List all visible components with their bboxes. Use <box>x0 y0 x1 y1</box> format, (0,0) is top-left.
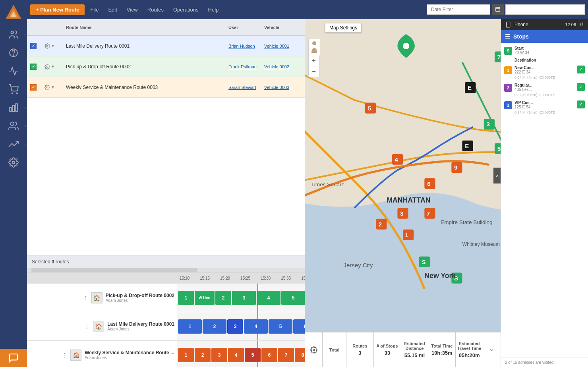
th-name: Route Name <box>63 23 225 31</box>
stop-block[interactable]: 2 <box>195 348 211 362</box>
td-gear-3[interactable]: ▼ <box>43 85 63 90</box>
checkbox-3[interactable]: ✓ <box>30 84 37 91</box>
mobile-hamburger-icon[interactable]: ☰ <box>505 33 510 40</box>
stop-block[interactable]: 3 <box>211 348 227 362</box>
plan-new-route-button[interactable]: + Plan New Route <box>30 4 85 15</box>
stop-block[interactable]: 1 <box>178 348 194 362</box>
stop-block[interactable]: 4 <box>257 291 280 305</box>
row-menu-dots-3[interactable]: ⋮ <box>62 352 67 358</box>
table-row: ✓ ▼ Pick-up & Drop-off Route 0002 Frank … <box>27 56 305 77</box>
svg-rect-76 <box>582 23 582 26</box>
mobile-title: Stops <box>513 33 529 40</box>
td-vehicle-1[interactable]: Vehicle 0001 <box>261 42 305 50</box>
mobile-stop-badge-3: 3 <box>504 101 512 109</box>
sidebar-item-users[interactable]: › <box>0 25 27 44</box>
svg-point-7 <box>17 93 17 94</box>
timeline-row-label-1: ⋮ 🏠 Pick-up & Drop-off Route 0002 Adam J… <box>27 284 178 312</box>
stop-block[interactable]: 2 <box>215 291 231 305</box>
home-button-2[interactable]: 🏠 <box>93 321 104 332</box>
stop-block[interactable]: 5 <box>281 291 305 305</box>
td-gear-1[interactable]: ▼ <box>43 43 63 49</box>
td-user-2[interactable]: Frank Pullman <box>225 63 261 71</box>
mobile-stop-check-1[interactable]: ✓ <box>577 66 585 73</box>
mobile-stop-1: 1 New Cus... 222 E 34 0.64 Mi (4min) NOT… <box>504 66 585 80</box>
td-user-1[interactable]: Brian Hudson <box>225 42 261 50</box>
mobile-stop-addr-3: 125 E 54 <box>514 105 574 109</box>
stop-block[interactable]: 2 <box>203 319 226 334</box>
search-input[interactable] <box>505 4 585 15</box>
td-check-2[interactable]: ✓ <box>27 64 43 70</box>
mobile-stop-check-3[interactable]: ✓ <box>577 100 585 108</box>
mobile-stop-check-2[interactable]: ✓ <box>577 83 585 91</box>
svg-rect-72 <box>506 22 510 27</box>
td-check-1[interactable]: ✓ <box>27 43 43 49</box>
svg-point-70 <box>312 41 316 45</box>
stop-block[interactable]: 3 <box>227 319 243 334</box>
date-filter-calendar-button[interactable] <box>492 4 504 15</box>
stop-block[interactable]: 4 <box>244 319 268 334</box>
summary-bar: Total Routes 3 # of Stops 33 Estimated D… <box>305 332 501 367</box>
timeline-route-name-1: Pick-up & Drop-off Route 0002 <box>106 293 174 298</box>
street-view-button[interactable] <box>308 39 320 56</box>
row-menu-dots-1[interactable]: ⋮ <box>83 295 88 301</box>
td-vehicle-2[interactable]: Vehicle 0002 <box>261 63 305 71</box>
scrollbar-track[interactable] <box>27 268 305 272</box>
app-logo[interactable] <box>4 3 23 22</box>
map-collapse-button[interactable]: ‹‹ <box>493 168 501 184</box>
timeline-route-user-1: Adam Jones <box>106 298 174 303</box>
summary-total-label: Total <box>329 348 339 352</box>
stop-block[interactable]: 3 <box>232 291 256 305</box>
svg-text:7: 7 <box>497 54 501 60</box>
sidebar-item-team[interactable]: › <box>0 117 27 135</box>
sidebar-item-settings[interactable]: › <box>0 153 27 172</box>
menu-operations[interactable]: Operations <box>169 4 203 15</box>
stop-block[interactable]: 4 <box>228 348 244 362</box>
summary-time-header: Total Time <box>431 344 453 348</box>
svg-text:3: 3 <box>400 210 403 217</box>
td-user-3[interactable]: Sarah Stewart <box>225 83 261 91</box>
date-filter-input[interactable] <box>427 4 490 15</box>
summary-gear-button[interactable] <box>305 332 323 367</box>
row-menu-dots-2[interactable]: ⋮ <box>84 323 90 330</box>
sidebar-item-help[interactable] <box>0 44 27 62</box>
stop-block[interactable]: 7 <box>278 348 294 362</box>
stop-time-block[interactable]: ⏱ 15m <box>195 291 215 305</box>
summary-travel: Estimated Travel Time 05h:20m <box>456 332 483 367</box>
checkbox-1[interactable]: ✓ <box>30 43 37 49</box>
checkbox-2[interactable]: ✓ <box>30 64 37 70</box>
stop-block[interactable]: 1 <box>178 319 202 334</box>
stop-block[interactable]: 5 <box>245 348 261 362</box>
zoom-in-button[interactable]: + <box>308 55 319 66</box>
stop-block[interactable]: 5 <box>269 319 292 334</box>
td-check-3[interactable]: ✓ <box>27 84 43 91</box>
svg-text:Whitney Museum: Whitney Museum <box>462 241 499 247</box>
table-header: Route Name User Vehicle <box>27 19 305 36</box>
sidebar-item-analytics[interactable]: › <box>0 99 27 117</box>
timeline-route-user-3: Adam Jones <box>85 355 174 360</box>
stop-block[interactable]: 6 <box>293 319 305 334</box>
home-button-3[interactable]: 🏠 <box>70 350 81 361</box>
stop-block[interactable]: 1 <box>178 291 194 305</box>
stop-block[interactable]: 8 <box>295 348 305 362</box>
sidebar-item-cart[interactable]: › <box>0 80 27 99</box>
summary-dropdown-button[interactable] <box>483 332 501 367</box>
menu-edit[interactable]: Edit <box>104 4 121 15</box>
td-vehicle-3[interactable]: Vehicle 0003 <box>261 83 305 91</box>
sidebar-item-activity[interactable] <box>0 62 27 80</box>
td-gear-2[interactable]: ▼ <box>43 64 63 70</box>
summary-stops: # of Stops 33 <box>374 332 401 367</box>
sidebar-item-reports[interactable]: › <box>0 135 27 153</box>
stop-block[interactable]: 6 <box>261 348 277 362</box>
menu-routes[interactable]: Routes <box>143 4 168 15</box>
menu-help[interactable]: Help <box>204 4 223 15</box>
menu-view[interactable]: View <box>123 4 142 15</box>
menu-file[interactable]: File <box>86 4 103 15</box>
td-name-3: Weekly Service & Maintenance Route 0003 <box>63 83 225 92</box>
timeline-cursor <box>257 284 258 312</box>
home-button-1[interactable]: 🏠 <box>91 292 103 303</box>
chat-button[interactable] <box>0 349 27 367</box>
svg-point-11 <box>10 122 14 126</box>
map-settings-button[interactable]: Map Settings <box>325 23 362 33</box>
mobile-stops-list: S Start 20 W 34 Destination <box>501 43 588 357</box>
zoom-out-button[interactable]: − <box>308 66 319 77</box>
